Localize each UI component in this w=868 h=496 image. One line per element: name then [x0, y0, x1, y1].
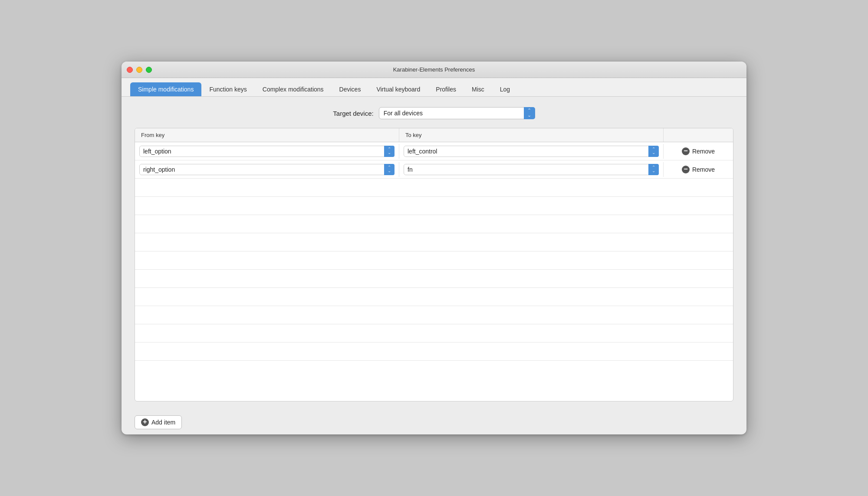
tab-simple-modifications[interactable]: Simple modifications: [130, 82, 201, 96]
footer: Add item: [122, 410, 746, 434]
close-button[interactable]: [127, 67, 133, 73]
row1-from-key-select[interactable]: left_option: [139, 146, 395, 157]
add-item-label: Add item: [151, 419, 175, 426]
minimize-button[interactable]: [136, 67, 142, 73]
empty-row: [135, 251, 733, 270]
add-item-button[interactable]: Add item: [135, 415, 182, 429]
device-select[interactable]: For all devices Internal Keyboard Extern…: [379, 107, 535, 119]
tab-function-keys[interactable]: Function keys: [201, 82, 254, 96]
main-content: Target device: For all devices Internal …: [122, 97, 746, 410]
row2-from-cell: right_option: [135, 162, 399, 177]
tab-bar: Simple modifications Function keys Compl…: [122, 78, 746, 97]
tab-virtual-keyboard[interactable]: Virtual keyboard: [368, 82, 428, 96]
row1-to-select-wrapper: left_control: [404, 146, 659, 157]
row1-remove-icon: [682, 147, 690, 155]
row2-from-select-wrapper: right_option: [139, 164, 395, 175]
empty-row: [135, 215, 733, 233]
row1-actions-cell: Remove: [664, 144, 733, 159]
empty-row: [135, 288, 733, 306]
row2-actions-cell: Remove: [664, 162, 733, 177]
row1-from-select-wrapper: left_option: [139, 146, 395, 157]
actions-header: [664, 128, 733, 142]
mappings-table: From key To key left_option: [135, 128, 733, 401]
tab-misc[interactable]: Misc: [464, 82, 492, 96]
empty-row: [135, 179, 733, 197]
row1-remove-label: Remove: [692, 148, 715, 155]
from-key-header: From key: [135, 128, 399, 142]
empty-row: [135, 343, 733, 361]
empty-row: [135, 324, 733, 343]
tab-profiles[interactable]: Profiles: [428, 82, 464, 96]
row2-to-key-select[interactable]: fn: [404, 164, 659, 175]
tab-devices[interactable]: Devices: [332, 82, 369, 96]
row2-remove-button[interactable]: Remove: [678, 164, 718, 175]
row2-remove-icon: [682, 166, 690, 173]
row2-remove-label: Remove: [692, 166, 715, 173]
row1-to-cell: left_control: [399, 144, 664, 159]
tab-complex-modifications[interactable]: Complex modifications: [255, 82, 332, 96]
add-icon: [141, 418, 149, 426]
target-device-label: Target device:: [333, 110, 373, 117]
row1-from-cell: left_option: [135, 144, 399, 159]
empty-row: [135, 197, 733, 215]
traffic-lights: [127, 67, 152, 73]
row2-from-key-select[interactable]: right_option: [139, 164, 395, 175]
titlebar: Karabiner-Elements Preferences: [122, 62, 746, 78]
table-row: left_option left_control: [135, 142, 733, 160]
target-device-row: Target device: For all devices Internal …: [135, 107, 733, 119]
window-title: Karabiner-Elements Preferences: [393, 66, 475, 73]
row1-remove-button[interactable]: Remove: [678, 146, 718, 157]
empty-row: [135, 233, 733, 251]
empty-row: [135, 306, 733, 324]
table-header: From key To key: [135, 128, 733, 142]
row1-to-key-select[interactable]: left_control: [404, 146, 659, 157]
row2-to-cell: fn: [399, 162, 664, 177]
maximize-button[interactable]: [146, 67, 152, 73]
table-row: right_option fn: [135, 160, 733, 179]
table-body: left_option left_control: [135, 142, 733, 401]
to-key-header: To key: [399, 128, 664, 142]
row2-to-select-wrapper: fn: [404, 164, 659, 175]
empty-row: [135, 270, 733, 288]
app-window: Karabiner-Elements Preferences Simple mo…: [122, 62, 746, 434]
device-select-wrapper: For all devices Internal Keyboard Extern…: [379, 107, 535, 119]
tab-log[interactable]: Log: [492, 82, 518, 96]
